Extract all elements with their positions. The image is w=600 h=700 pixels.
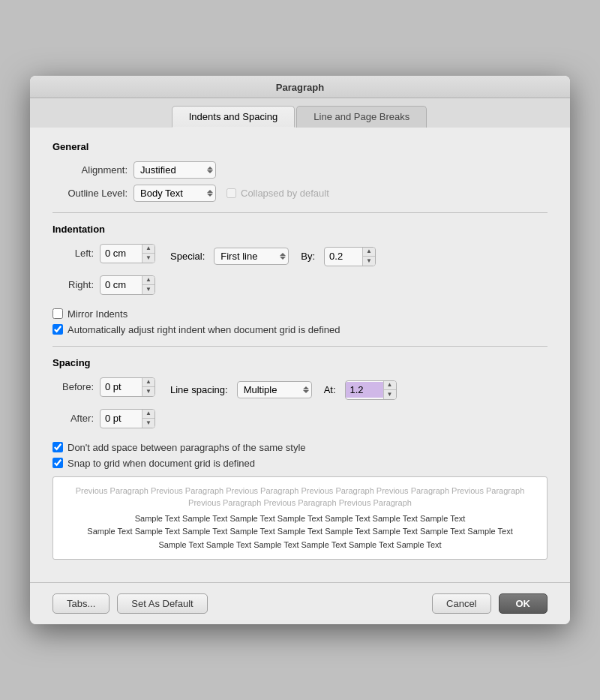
snap-label: Snap to grid when document grid is defin…: [68, 458, 255, 469]
preview-prev-text: Previous Paragraph Previous Paragraph Pr…: [62, 485, 538, 509]
by-input[interactable]: [325, 248, 362, 264]
after-up-btn[interactable]: ▲: [142, 410, 154, 419]
dialog-footer: Tabs... Set As Default Cancel OK: [30, 582, 570, 624]
at-input[interactable]: [346, 382, 383, 398]
paragraph-dialog: Paragraph Indents and Spacing Line and P…: [30, 76, 570, 625]
at-spinner-btns: ▲ ▼: [383, 381, 396, 399]
set-default-button[interactable]: Set As Default: [117, 593, 207, 614]
footer-right: Cancel OK: [432, 593, 548, 614]
spacing-section: Spacing Before: ▲ ▼ Aft: [52, 357, 548, 560]
before-label: Before:: [52, 381, 94, 392]
dialog-title: Paragraph: [276, 82, 324, 93]
alignment-row: Alignment: Left Centered Right Justified…: [52, 161, 548, 179]
after-down-btn[interactable]: ▼: [142, 419, 154, 428]
preview-sample-1: Sample Text Sample Text Sample Text Samp…: [62, 512, 538, 526]
indent-left-down-btn[interactable]: ▼: [142, 254, 154, 263]
by-up-btn[interactable]: ▲: [363, 248, 375, 257]
indent-left-input[interactable]: [100, 245, 142, 261]
before-spinner-btns: ▲ ▼: [142, 378, 154, 396]
by-label: By:: [301, 251, 315, 262]
line-spacing-col: Line spacing: Single 1.5 lines Double At…: [170, 377, 397, 400]
indent-right-spinner-btns: ▲ ▼: [142, 276, 154, 294]
footer-left: Tabs... Set As Default: [52, 593, 208, 614]
alignment-label: Alignment:: [52, 164, 128, 176]
at-label: At:: [324, 384, 336, 395]
at-up-btn[interactable]: ▲: [384, 381, 396, 390]
preview-box: Previous Paragraph Previous Paragraph Pr…: [52, 476, 548, 560]
indent-right-row: Right: ▲ ▼: [52, 275, 155, 295]
dont-add-checkbox[interactable]: [52, 442, 63, 452]
before-down-btn[interactable]: ▼: [142, 387, 154, 396]
cancel-button[interactable]: Cancel: [432, 593, 490, 614]
title-bar: Paragraph: [30, 76, 570, 98]
by-spinner-btns: ▲ ▼: [362, 248, 375, 266]
auto-adjust-row: Automatically adjust right indent when d…: [52, 324, 548, 335]
snap-row: Snap to grid when document grid is defin…: [52, 458, 548, 469]
special-select[interactable]: ( none ) First line Hanging: [214, 248, 289, 265]
by-down-btn[interactable]: ▼: [363, 257, 375, 266]
after-input[interactable]: [100, 410, 142, 426]
ok-button[interactable]: OK: [499, 593, 548, 614]
tabs-button[interactable]: Tabs...: [52, 593, 110, 614]
spacing-controls: Before: ▲ ▼ After:: [52, 377, 548, 434]
snap-checkbox[interactable]: [52, 458, 63, 468]
collapsed-checkbox[interactable]: [226, 188, 236, 198]
after-label: After:: [52, 413, 94, 424]
indent-left-row: Left: ▲ ▼: [52, 244, 155, 263]
dont-add-label: Don't add space between paragraphs of th…: [68, 442, 306, 453]
tab-line-page-breaks[interactable]: Line and Page Breaks: [296, 106, 427, 128]
mirror-checkbox[interactable]: [52, 308, 63, 319]
preview-sample-3: Sample Text Sample Text Sample Text Samp…: [62, 539, 538, 552]
divider-2: [52, 346, 548, 347]
tab-bar: Indents and Spacing Line and Page Breaks: [30, 98, 570, 128]
mirror-label: Mirror Indents: [68, 308, 128, 320]
general-title: General: [52, 141, 548, 152]
mirror-row: Mirror Indents: [52, 308, 548, 320]
outline-select-wrapper: Body Text Level 1 Level 2 Level 3: [134, 185, 216, 202]
before-spinner: ▲ ▼: [100, 377, 155, 397]
indent-left-col: Left: ▲ ▼ Right:: [52, 244, 155, 301]
line-spacing-label: Line spacing:: [170, 384, 228, 395]
indent-right-input[interactable]: [100, 277, 142, 293]
at-spinner: ▲ ▼: [345, 380, 397, 400]
indent-special-col: Special: ( none ) First line Hanging By:: [170, 244, 376, 266]
divider-1: [52, 212, 548, 213]
indentation-section: Indentation Left: ▲ ▼ R: [52, 224, 548, 335]
indent-left-spinner: ▲ ▼: [100, 244, 155, 263]
indent-right-spinner: ▲ ▼: [100, 275, 155, 295]
after-spinner: ▲ ▼: [100, 409, 155, 428]
special-label: Special:: [170, 251, 205, 262]
outline-row: Outline Level: Body Text Level 1 Level 2…: [52, 185, 548, 202]
indentation-title: Indentation: [52, 224, 548, 235]
tab-indents-spacing[interactable]: Indents and Spacing: [172, 106, 296, 128]
alignment-select[interactable]: Left Centered Right Justified Distribute…: [134, 161, 216, 179]
indent-left-up-btn[interactable]: ▲: [142, 245, 154, 254]
alignment-select-wrapper: Left Centered Right Justified Distribute…: [134, 161, 216, 179]
indent-right-up-btn[interactable]: ▲: [142, 276, 154, 285]
after-spinner-btns: ▲ ▼: [142, 410, 154, 428]
indent-right-down-btn[interactable]: ▼: [142, 285, 154, 294]
auto-adjust-checkbox[interactable]: [52, 324, 63, 335]
dialog-content: General Alignment: Left Centered Right J…: [30, 128, 570, 583]
indentation-controls: Left: ▲ ▼ Right:: [52, 244, 548, 301]
outline-label: Outline Level:: [52, 188, 128, 199]
at-down-btn[interactable]: ▼: [384, 390, 396, 399]
preview-sample-2: Sample Text Sample Text Sample Text Samp…: [62, 525, 538, 539]
collapsed-label: Collapsed by default: [241, 188, 329, 199]
general-section: General Alignment: Left Centered Right J…: [52, 141, 548, 202]
before-row: Before: ▲ ▼: [52, 377, 155, 397]
spacing-left-col: Before: ▲ ▼ After:: [52, 377, 155, 434]
auto-adjust-label: Automatically adjust right indent when d…: [68, 324, 340, 335]
before-up-btn[interactable]: ▲: [142, 378, 154, 387]
spacing-title: Spacing: [52, 357, 548, 368]
indent-left-label: Left:: [52, 248, 94, 259]
special-select-wrapper: ( none ) First line Hanging: [214, 248, 289, 265]
by-spinner: ▲ ▼: [324, 247, 376, 266]
indent-right-label: Right:: [52, 279, 94, 290]
before-input[interactable]: [100, 379, 142, 395]
line-spacing-select[interactable]: Single 1.5 lines Double At least Exactly…: [237, 381, 312, 398]
outline-select[interactable]: Body Text Level 1 Level 2 Level 3: [134, 185, 216, 202]
dont-add-row: Don't add space between paragraphs of th…: [52, 442, 548, 453]
line-spacing-select-wrapper: Single 1.5 lines Double At least Exactly…: [237, 381, 312, 398]
after-row: After: ▲ ▼: [52, 409, 155, 428]
